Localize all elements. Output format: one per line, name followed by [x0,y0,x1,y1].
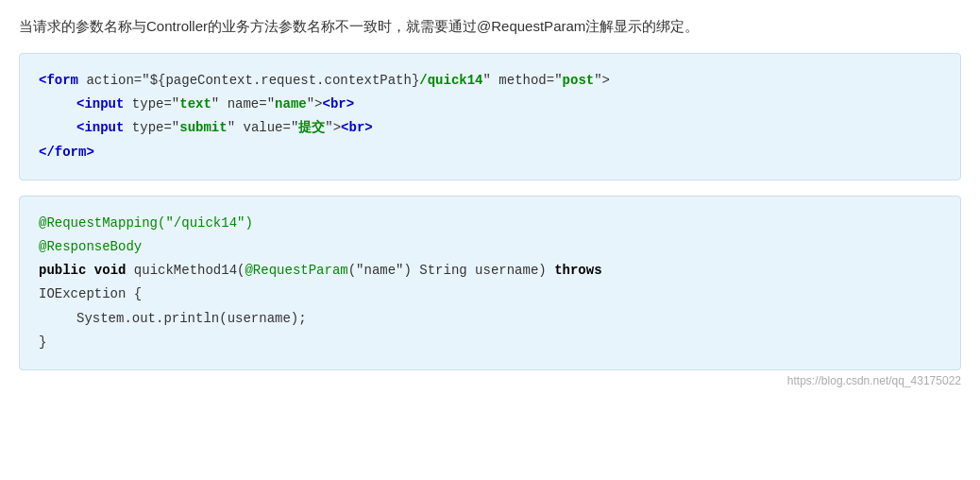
watermark: https://blog.csdn.net/qq_43175022 [19,374,961,387]
code-line-2: <input type="text" name="name"><br> [39,93,941,116]
attr-method-name: method [498,73,546,88]
tag-form-open: <form [39,73,78,88]
watermark-text: https://blog.csdn.net/qq_43175022 [787,374,961,387]
exception-text: IOException { [39,286,142,301]
code-line-3: <input type="submit" value="提交"><br> [39,116,941,140]
annotation-requestparam: @RequestParam [245,263,347,278]
keyword-throws: throws [554,263,601,278]
code-line-body: System.out.println(username); [39,307,941,331]
code-line-4: </form> [39,141,941,164]
attr-name-name: name [275,96,307,111]
description-text: 当请求的参数名称与Controller的业务方法参数名称不一致时，就需要通过@R… [19,15,961,38]
code-line-1: <form action="${pageContext.request.cont… [39,69,941,93]
tag-form-close: </form> [39,145,94,160]
attr-action-value: /quick14 [419,73,482,88]
code-line-method-sig: public void quickMethod14(@RequestParam(… [39,259,941,283]
attr-action-name: action [86,73,133,88]
attr-type-submit: submit [179,120,227,135]
code-line-exception: IOException { [39,283,941,306]
annotation-responsebody: @ResponseBody [39,239,142,254]
attr-method-value: post [563,73,595,88]
tag-input-2: <input [76,120,124,135]
code-line-annotation-2: @ResponseBody [39,235,941,259]
annotation-requestmapping: @RequestMapping("/quick14") [39,215,253,231]
keyword-void: void [94,263,127,278]
code-line-annotation-1: @RequestMapping("/quick14") [39,212,941,235]
tag-br-1: <br> [323,96,355,111]
code-block-2: @RequestMapping("/quick14") @ResponseBod… [19,196,961,370]
tag-input-1: <input [76,96,124,111]
method-body: System.out.println(username); [76,311,307,326]
attr-value-submit: 提交 [298,120,325,135]
closing-brace: } [39,334,46,350]
keyword-public: public [39,263,86,278]
code-block-1: <form action="${pageContext.request.cont… [19,53,961,180]
tag-br-2: <br> [341,120,373,135]
attr-type-text: text [179,96,211,111]
code-line-close: } [39,331,941,354]
